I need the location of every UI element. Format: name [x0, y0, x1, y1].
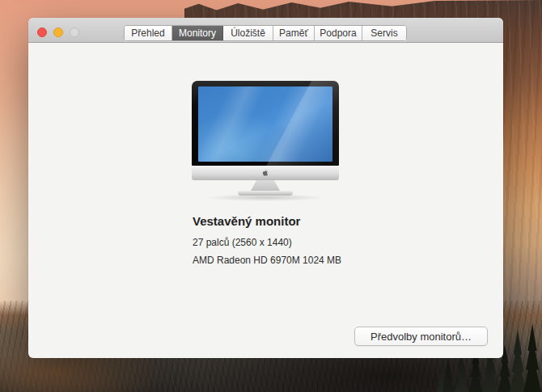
imac-stand-base: [238, 191, 293, 196]
close-button[interactable]: [37, 27, 47, 37]
window-titlebar[interactable]: Přehled Monitory Úložiště Paměť Podpora …: [28, 18, 503, 43]
display-size-resolution: 27 palců (2560 x 1440): [193, 237, 292, 248]
desktop: Přehled Monitory Úložiště Paměť Podpora …: [0, 0, 542, 392]
imac-stand-neck: [251, 180, 280, 191]
window-content: Vestavěný monitor 27 palců (2560 x 1440)…: [28, 43, 503, 358]
minimize-button[interactable]: [53, 27, 63, 37]
imac-chin: [192, 166, 339, 180]
about-this-mac-window: Přehled Monitory Úložiště Paměť Podpora …: [28, 18, 503, 358]
display-name-heading: Vestavěný monitor: [193, 214, 300, 228]
tab-uloziste[interactable]: Úložiště: [223, 26, 273, 40]
zoom-button[interactable]: [70, 27, 79, 37]
tab-podpora[interactable]: Podpora: [315, 26, 362, 40]
display-preferences-button[interactable]: Předvolby monitorů…: [354, 327, 488, 346]
tab-prehled[interactable]: Přehled: [125, 26, 172, 40]
imac-display: [198, 86, 332, 162]
tab-servis[interactable]: Servis: [362, 26, 406, 40]
tab-pamet[interactable]: Paměť: [273, 26, 315, 40]
tab-bar: Přehled Monitory Úložiště Paměť Podpora …: [124, 25, 407, 41]
tab-monitory[interactable]: Monitory: [172, 26, 223, 40]
apple-logo-icon: [262, 170, 269, 177]
window-controls: [37, 27, 79, 37]
imac-screen-bezel: [192, 81, 339, 166]
display-graphics-card: AMD Radeon HD 6970M 1024 MB: [193, 255, 341, 266]
imac-illustration: [192, 81, 339, 220]
